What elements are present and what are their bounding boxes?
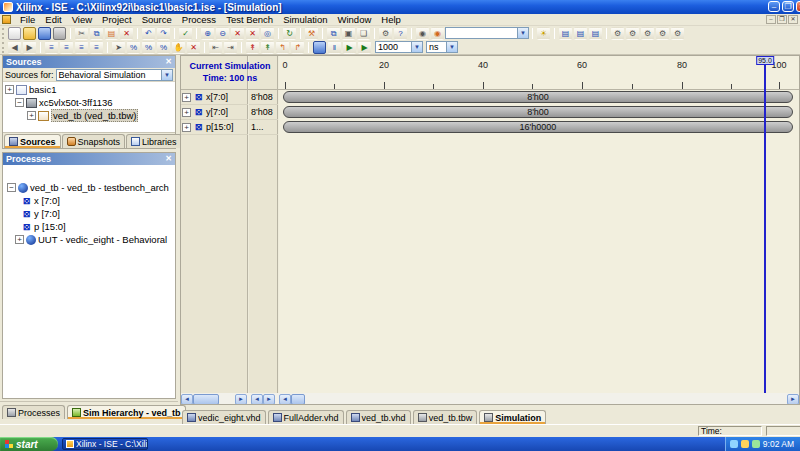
chevron-down-icon[interactable]: ▼ [446,42,457,52]
tab-sim-hierarchy[interactable]: Sim Hierarchy - ved_tb [67,405,186,419]
menu-source[interactable]: Source [137,14,177,25]
tab-sources[interactable]: Sources [4,134,61,148]
tile-window-icon[interactable] [342,27,355,40]
help-pointer-icon[interactable] [394,27,407,40]
wrench-icon[interactable] [379,27,392,40]
signal-name[interactable]: y[7:0] [206,107,228,117]
sim-time-value[interactable]: 1000 [376,42,411,52]
wizard2-icon[interactable] [626,27,639,40]
build-hammer-icon[interactable] [305,27,318,40]
copy-icon[interactable] [90,27,103,40]
find-icon[interactable] [416,27,429,40]
menu-simulation[interactable]: Simulation [278,14,332,25]
undo-icon[interactable] [142,27,155,40]
tray-volume-icon[interactable] [730,440,738,448]
cut-icon[interactable] [75,27,88,40]
menu-process[interactable]: Process [177,14,221,25]
expand-icon[interactable]: + [182,123,191,132]
tab-libraries[interactable]: Libraries [126,134,182,148]
tab-label[interactable]: ved_tb.tbw [429,413,473,423]
tab-label[interactable]: Snapshots [78,137,121,147]
nav-back-icon[interactable] [8,41,21,54]
tree-item-testbench[interactable]: + ved_tb (ved_tb.tbw) [5,109,175,122]
delete-icon[interactable] [120,27,133,40]
check-doc-icon[interactable] [179,27,192,40]
sources-for-combobox[interactable]: Behavioral Simulation ▼ [56,69,173,81]
wave-scrollbar-thumb[interactable] [291,394,305,405]
signal-row-p[interactable]: + ⊠ p[15:0] [181,120,248,135]
print-icon[interactable] [53,27,66,40]
restart-icon[interactable] [313,41,326,54]
marker-out-icon[interactable] [224,41,237,54]
redo-icon[interactable] [157,27,170,40]
maximize-button[interactable]: ❐ [782,1,794,12]
tab-label[interactable]: Sim Hierarchy - ved_tb [83,408,181,418]
tab-label[interactable]: Sources [20,137,56,147]
tab-label[interactable]: Processes [18,408,60,418]
expand-icon[interactable]: + [5,85,14,94]
run-for-time-icon[interactable] [358,41,371,54]
tab-label[interactable]: Libraries [142,137,177,147]
tab-snapshots[interactable]: Snapshots [62,134,126,148]
tree-item-label[interactable]: x [7:0] [34,195,60,206]
wizard5-icon[interactable] [671,27,684,40]
lightbulb-icon[interactable] [537,27,550,40]
open-folder-icon[interactable] [23,27,36,40]
mdi-close-button[interactable]: ✕ [788,15,798,24]
tray-app-icon[interactable] [741,440,749,448]
collapse-icon[interactable]: − [15,98,24,107]
scroll-right-icon[interactable]: ► [235,394,247,405]
pan-hand-icon[interactable] [172,41,185,54]
tab-label[interactable]: ved_tb.vhd [362,413,406,423]
tab-ved-tb-vhd[interactable]: ved_tb.vhd [346,410,411,424]
scale-2-icon[interactable] [142,41,155,54]
menu-file[interactable]: File [15,14,40,25]
scale-3-icon[interactable] [157,41,170,54]
zoom-in-icon[interactable] [201,27,214,40]
save-icon[interactable] [38,27,51,40]
cascade-window-icon[interactable] [357,27,370,40]
menu-project[interactable]: Project [97,14,137,25]
jump-forward-icon[interactable] [291,41,304,54]
scale-1-icon[interactable] [127,41,140,54]
tab-fulladder-vhd[interactable]: FullAdder.vhd [268,410,344,424]
tree-item-signal-y[interactable]: ⊠ y [7:0] [7,207,175,220]
tree-item-label[interactable]: p [15:0] [34,221,66,232]
wizard3-icon[interactable] [641,27,654,40]
expand-icon[interactable]: + [182,108,191,117]
tray-network-icon[interactable] [752,440,760,448]
menu-window[interactable]: Window [332,14,376,25]
time-cursor[interactable] [764,64,766,394]
wave-add-icon[interactable] [45,41,58,54]
refresh-icon[interactable] [283,27,296,40]
paste-icon[interactable] [105,27,118,40]
tab-processes[interactable]: Processes [2,405,65,419]
expand-icon[interactable]: + [182,93,191,102]
waveform-bus-y[interactable]: 8'h00 [283,106,793,118]
tab-label[interactable]: Simulation [495,413,541,423]
menu-view[interactable]: View [67,14,97,25]
sim-unit-value[interactable]: ns [427,42,446,52]
zoom-out-icon[interactable] [216,27,229,40]
delete-wave-icon[interactable] [187,41,200,54]
new-file-icon[interactable] [8,27,21,40]
mdi-minimize-button[interactable]: – [766,15,776,24]
tree-item-label[interactable]: xc5vlx50t-3ff1136 [39,97,113,108]
signal-row-x[interactable]: + ⊠ x[7:0] [181,90,248,105]
tree-item-label[interactable]: ved_tb - ved_tb - testbench_arch [30,182,169,193]
scroll-right-icon[interactable]: ► [263,394,275,405]
sim-unit-combobox[interactable]: ns ▼ [426,41,458,53]
tree-item-uut[interactable]: + UUT - vedic_eight - Behavioral [7,233,175,246]
taskbar-task-button[interactable]: Xilinx - ISE - C:\Xilinx... [62,438,148,450]
expand-icon[interactable]: + [27,111,36,120]
pause-icon[interactable] [328,41,341,54]
wizard1-icon[interactable] [611,27,624,40]
prev-result-icon[interactable] [574,27,587,40]
signal-row-y[interactable]: + ⊠ y[7:0] [181,105,248,120]
tab-vedic-eight-vhd[interactable]: vedic_eight.vhd [182,410,266,424]
minimize-button[interactable]: – [768,1,780,12]
tree-item-device[interactable]: − xc5vlx50t-3ff1136 [5,96,175,109]
chevron-down-icon[interactable]: ▼ [161,70,172,80]
chevron-down-icon[interactable]: ▼ [517,28,528,38]
close-icon[interactable]: ✕ [165,57,172,67]
